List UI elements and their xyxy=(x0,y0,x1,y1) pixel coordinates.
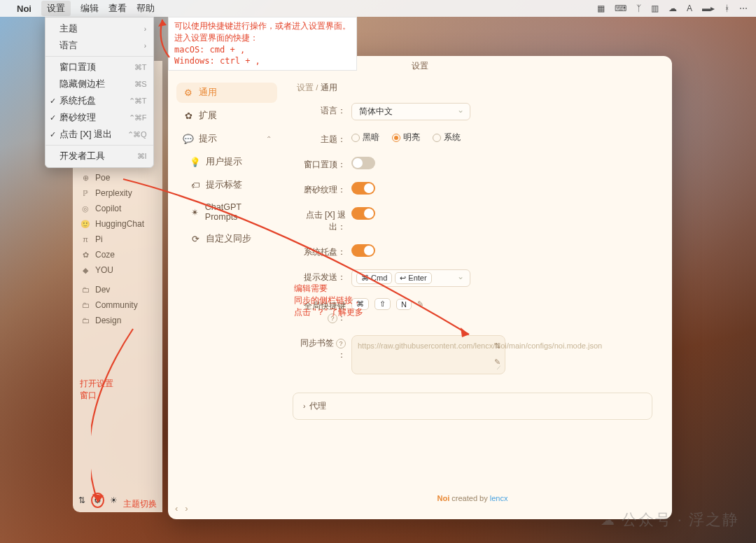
nav-forward-icon[interactable]: › xyxy=(185,503,188,514)
sidebar-item-huggingchat[interactable]: 🙂HuggingChat xyxy=(73,216,162,232)
sync-icon[interactable]: ⇅ xyxy=(78,495,85,505)
settings-menu-dropdown: 主题› 语言› 窗口置顶⌘T 隐藏侧边栏⌘S ✓系统托盘⌃⌘T ✓磨砂纹理⌃⌘F… xyxy=(45,17,154,168)
sidebar-folder-design[interactable]: 🗀Design xyxy=(73,313,162,328)
check-icon: ✓ xyxy=(50,130,56,139)
toggle-pin[interactable] xyxy=(351,157,375,169)
theme-radio-light[interactable]: 明亮 xyxy=(392,132,420,143)
tag-icon: 🏷 xyxy=(189,181,202,190)
nav-extensions[interactable]: ✿扩展 xyxy=(176,106,277,126)
label-sync-bookmark: 同步书签 ?： xyxy=(293,335,351,361)
hugging-icon: 🙂 xyxy=(80,220,91,229)
menu-language[interactable]: 语言› xyxy=(46,37,153,54)
chevron-right-icon: › xyxy=(144,25,146,33)
watermark: ☁ 公众号 · 浮之静 xyxy=(601,509,739,530)
sidebar-item-you[interactable]: ◆YOU xyxy=(73,262,162,278)
sidebar-folder-dev[interactable]: 🗀Dev xyxy=(73,282,162,297)
menubar-app-name[interactable]: Noi xyxy=(17,3,31,14)
battery-icon[interactable]: ▬▸ xyxy=(702,3,715,13)
chevron-up-icon: ⌃ xyxy=(266,135,272,143)
help-icon[interactable]: ? xyxy=(336,339,346,348)
resize-handle-icon[interactable]: ⟋ xyxy=(496,363,502,373)
key-enter-icon: ↩ Enter xyxy=(395,272,431,284)
sidebar-folder-community[interactable]: 🗀Community xyxy=(73,297,162,313)
check-icon: ✓ xyxy=(50,97,56,106)
settings-window: 设置 ⚙通用 ✿扩展 💬提示⌃ 💡用户提示 🏷提示标签 ✴ChatGPT Pro… xyxy=(168,56,672,519)
menu-click-x-quit[interactable]: ✓点击 [X] 退出⌃⌘Q xyxy=(46,126,153,143)
theme-sun-icon[interactable]: ☀ xyxy=(110,495,118,505)
nav-back-icon[interactable]: ‹ xyxy=(175,503,178,514)
wechat-icon[interactable]: ☁ xyxy=(668,3,677,13)
sidebar-item-pi[interactable]: πPi xyxy=(73,232,162,247)
status-icon[interactable]: ᛉ xyxy=(636,3,641,13)
wechat-icon: ☁ xyxy=(601,512,616,528)
sidebar-item-coze[interactable]: ✿Coze xyxy=(73,247,162,262)
nav-general[interactable]: ⚙通用 xyxy=(176,83,277,103)
nav-custom-sync[interactable]: ⟳自定义同步 xyxy=(176,229,277,249)
label-frosted: 磨砂纹理： xyxy=(293,182,351,196)
bulb-icon: 💡 xyxy=(189,157,202,167)
coze-icon: ✿ xyxy=(80,251,91,260)
bluetooth-icon[interactable]: ᚼ xyxy=(724,3,729,13)
send-hotkey-select[interactable]: ⌘ Cmd ↩ Enter xyxy=(351,269,470,287)
nav-prompt-tags[interactable]: 🏷提示标签 xyxy=(176,175,277,195)
chat-icon: 💬 xyxy=(182,134,195,144)
menu-hide-sidebar[interactable]: 隐藏侧边栏⌘S xyxy=(46,76,153,92)
folder-icon: 🗀 xyxy=(80,301,91,309)
proxy-accordion[interactable]: › 代理 xyxy=(293,393,652,420)
menu-tray[interactable]: ✓系统托盘⌃⌘T xyxy=(46,92,153,109)
chevron-right-icon: › xyxy=(144,42,146,50)
menubar-view[interactable]: 查看 xyxy=(108,2,127,15)
toggle-frosted[interactable] xyxy=(351,182,375,195)
pi-icon: π xyxy=(80,235,91,244)
menu-pin-top[interactable]: 窗口置顶⌘T xyxy=(46,59,153,76)
label-pin: 窗口置顶： xyxy=(293,157,351,171)
status-icon[interactable]: ⌨ xyxy=(615,3,626,13)
label-language: 语言： xyxy=(293,103,351,117)
author-link[interactable]: lencx xyxy=(490,494,508,502)
label-send: 提示发送： xyxy=(293,269,351,283)
edit-pen-icon[interactable]: ✎ xyxy=(417,299,424,309)
nav-user-prompts[interactable]: 💡用户提示 xyxy=(176,152,277,172)
settings-nav: ⚙通用 ✿扩展 💬提示⌃ 💡用户提示 🏷提示标签 ✴ChatGPT Prompt… xyxy=(168,76,286,519)
theme-radio-dark[interactable]: 黑暗 xyxy=(351,132,379,143)
menu-theme[interactable]: 主题› xyxy=(46,20,153,37)
menubar-settings[interactable]: 设置 xyxy=(41,1,71,16)
check-icon: ✓ xyxy=(50,113,56,122)
perplexity-icon: ℙ xyxy=(80,189,91,198)
puzzle-icon: ✿ xyxy=(182,111,195,121)
sidebar-item-poe[interactable]: ⊕Poe xyxy=(73,170,162,185)
menubar-help[interactable]: 帮助 xyxy=(136,2,155,15)
nav-chatgpt-prompts[interactable]: ✴ChatGPT Prompts xyxy=(176,198,277,226)
annotation-theme-switch: 主题切换 xyxy=(123,498,157,510)
sync-icon[interactable]: ⇅ xyxy=(494,340,500,352)
input-a-icon[interactable]: A xyxy=(687,3,692,13)
menubar-edit[interactable]: 编辑 xyxy=(80,2,99,15)
status-icon[interactable]: ▥ xyxy=(651,3,659,13)
settings-footer: Noi created by lencx xyxy=(293,488,652,508)
settings-gear-icon[interactable]: ⚙ xyxy=(91,493,104,508)
sync-bookmark-input[interactable]: https://raw.githubusercontent.com/lencx/… xyxy=(351,335,505,374)
language-select[interactable]: 简体中文 xyxy=(351,103,470,120)
chevron-right-icon: › xyxy=(303,402,305,410)
sidebar-item-copilot[interactable]: ◎Copilot xyxy=(73,201,162,216)
key-n-icon: N xyxy=(396,299,412,310)
gear-icon: ⚙ xyxy=(182,87,195,98)
annotation-top: 可以使用快捷键进行操作，或者进入设置界面。 进入设置界面的快捷： macOS: … xyxy=(168,17,357,71)
you-icon: ◆ xyxy=(80,266,91,275)
toggle-tray[interactable] xyxy=(351,244,375,257)
breadcrumb: 设置 / 通用 xyxy=(293,83,652,93)
theme-radio-system[interactable]: 系统 xyxy=(433,132,461,143)
menu-frosted[interactable]: ✓磨砂纹理⌃⌘F xyxy=(46,109,153,126)
menu-devtools[interactable]: 开发者工具⌘I xyxy=(46,148,153,164)
sync-icon: ⟳ xyxy=(189,234,202,244)
sidebar-item-perplexity[interactable]: ℙPerplexity xyxy=(73,185,162,201)
nav-prompts[interactable]: 💬提示⌃ xyxy=(176,129,277,149)
toggle-click-x[interactable] xyxy=(351,207,375,220)
label-theme: 主题： xyxy=(293,132,351,146)
label-tray: 系统托盘： xyxy=(293,244,351,258)
folder-icon: 🗀 xyxy=(80,316,91,325)
copilot-icon: ◎ xyxy=(80,204,91,213)
status-icon[interactable]: ▦ xyxy=(597,3,605,13)
more-icon[interactable]: ⋯ xyxy=(739,3,748,13)
poe-icon: ⊕ xyxy=(80,174,91,183)
